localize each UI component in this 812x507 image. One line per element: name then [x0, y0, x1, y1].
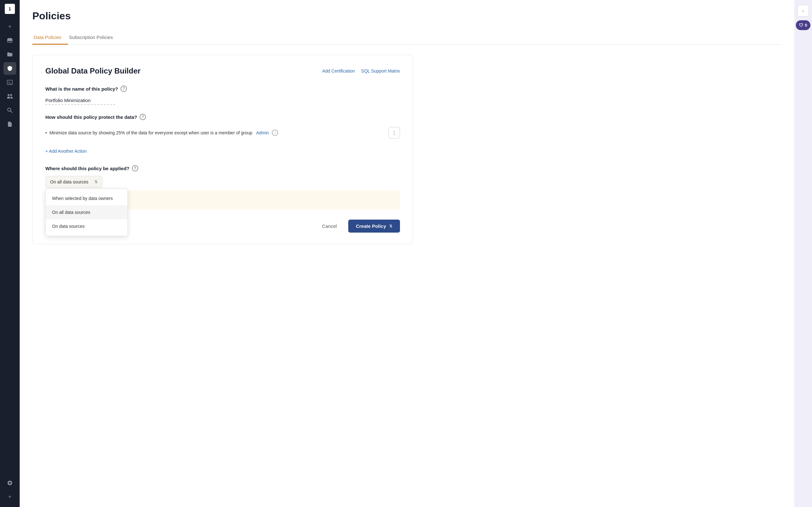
panel-badge-count: 0 [805, 23, 807, 27]
where-dropdown-menu: When selected by data owners On all data… [45, 188, 128, 236]
action-group-link[interactable]: Admin [256, 130, 269, 135]
create-policy-label: Create Policy [356, 223, 386, 229]
sidebar-icon-add-bottom[interactable]: + [3, 491, 16, 503]
where-label: Where should this policy be applied? ? [45, 165, 400, 171]
policy-name-input[interactable] [45, 96, 115, 105]
sidebar-icon-plus[interactable]: + [3, 20, 16, 33]
right-panel: ‹ 🛡 0 [794, 0, 812, 507]
tabs-bar: Data Policies Subscription Policies [32, 31, 781, 45]
sidebar-icon-users[interactable] [3, 90, 16, 103]
app-logo[interactable]: 1 [5, 4, 15, 14]
protect-help-icon[interactable]: ? [140, 114, 146, 120]
protect-section: How should this policy protect the data?… [45, 114, 400, 156]
protect-label: How should this policy protect the data?… [45, 114, 400, 120]
dropdown-arrow-icon: ⇅ [95, 180, 98, 184]
where-help-icon[interactable]: ? [132, 165, 138, 171]
builder-title: Global Data Policy Builder [45, 66, 141, 75]
dropdown-option-data-sources[interactable]: On data sources [46, 219, 128, 233]
add-action-button[interactable]: + Add Another Action [45, 146, 87, 156]
action-text: • Minimize data source by showing 25% of… [45, 130, 278, 136]
action-menu-button[interactable]: ⋮ [389, 127, 400, 138]
panel-badge[interactable]: 🛡 0 [796, 20, 810, 30]
sidebar-icon-key[interactable] [3, 104, 16, 117]
cancel-button[interactable]: Cancel [316, 220, 343, 232]
sql-support-link[interactable]: SQL Support Matrix [361, 68, 400, 73]
dropdown-option-when-selected[interactable]: When selected by data owners [46, 191, 128, 205]
dropdown-selected-value: On all data sources [50, 179, 89, 184]
action-item: • Minimize data source by showing 25% of… [45, 124, 400, 141]
panel-shield-icon: 🛡 [799, 23, 803, 27]
where-dropdown-container: On all data sources ⇅ When selected by d… [45, 176, 102, 188]
where-section: Where should this policy be applied? ? O… [45, 165, 400, 210]
card-actions: Add Certification SQL Support Matrix [322, 68, 400, 73]
sidebar-icon-settings[interactable] [3, 476, 16, 489]
dropdown-option-all-sources[interactable]: On all data sources [46, 205, 128, 219]
tab-subscription-policies[interactable]: Subscription Policies [68, 31, 119, 45]
policy-name-section: What is the name of this policy? ? [45, 86, 400, 105]
panel-toggle-button[interactable]: ‹ [798, 5, 809, 16]
action-list: • Minimize data source by showing 25% of… [45, 124, 400, 141]
sidebar-icon-database[interactable] [3, 34, 16, 47]
tab-data-policies[interactable]: Data Policies [32, 31, 68, 45]
create-policy-button[interactable]: Create Policy ⇅ [348, 220, 400, 233]
action-info-icon[interactable]: i [272, 130, 278, 136]
add-certification-link[interactable]: Add Certification [322, 68, 355, 73]
sidebar-icon-terminal[interactable] [3, 76, 16, 89]
sidebar-icon-folder[interactable] [3, 48, 16, 61]
svg-rect-1 [7, 80, 12, 84]
name-help-icon[interactable]: ? [120, 86, 127, 92]
policy-builder-card: Global Data Policy Builder Add Certifica… [32, 55, 413, 244]
main-content: Policies Data Policies Subscription Poli… [20, 0, 794, 507]
sidebar-icon-shield[interactable] [3, 62, 16, 75]
where-dropdown[interactable]: On all data sources ⇅ [45, 176, 102, 188]
sidebar: 1 + + [0, 0, 20, 507]
page-title: Policies [32, 10, 781, 22]
card-header: Global Data Policy Builder Add Certifica… [45, 66, 400, 75]
create-policy-arrow-icon: ⇅ [389, 224, 392, 228]
sidebar-icon-document[interactable] [3, 118, 16, 130]
policy-name-label: What is the name of this policy? ? [45, 86, 400, 92]
